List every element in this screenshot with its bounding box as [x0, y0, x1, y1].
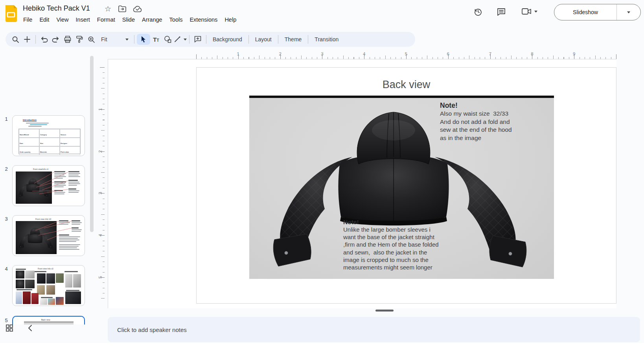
- speaker-notes-placeholder: Click to add speaker notes: [117, 326, 187, 333]
- add-comment-icon: [194, 35, 202, 43]
- slide-page[interactable]: Back view Note! Also my waist size 32/33…: [196, 67, 616, 304]
- reference-photo: [65, 291, 81, 304]
- slideshow-caret-icon: [627, 11, 630, 13]
- slides-logo[interactable]: [4, 5, 17, 22]
- ruler-number: 9: [573, 52, 575, 56]
- layout-button[interactable]: Layout: [251, 34, 276, 45]
- ruler-number: 6: [447, 52, 449, 56]
- text-box-button[interactable]: TT: [150, 34, 162, 45]
- menu-view[interactable]: View: [53, 15, 72, 24]
- zoom-select-dropdown[interactable]: Fit: [97, 34, 132, 45]
- slide-number-1: 1: [2, 116, 10, 122]
- zoom-value: Fit: [97, 36, 111, 42]
- menu-tools[interactable]: Tools: [166, 15, 186, 24]
- menu-help[interactable]: Help: [221, 15, 240, 24]
- redo-icon: [52, 36, 60, 43]
- slide-thumbnail-4[interactable]: Front view Info v3: [12, 265, 85, 306]
- bottom-strip: [0, 343, 644, 354]
- ruler-number: 5: [98, 276, 103, 278]
- menu-file[interactable]: File: [20, 15, 36, 24]
- line-tool-button[interactable]: [174, 34, 187, 45]
- reference-photo: [25, 280, 35, 288]
- zoom-in-button[interactable]: [85, 34, 97, 45]
- menu-insert[interactable]: Insert: [72, 15, 94, 24]
- plus-icon: [24, 36, 31, 43]
- menu-format[interactable]: Format: [94, 15, 119, 24]
- slide-number-4: 4: [2, 266, 10, 272]
- ruler-number: 1: [237, 52, 239, 56]
- slide-number-2: 2: [2, 166, 10, 172]
- menu-bar: File Edit View Insert Format Slide Arran…: [20, 15, 240, 24]
- redo-button[interactable]: [50, 34, 62, 45]
- slide-number-3: 3: [2, 216, 10, 222]
- star-icon[interactable]: ☆: [105, 5, 111, 13]
- undo-button[interactable]: [38, 34, 50, 45]
- move-folder-icon[interactable]: [118, 6, 126, 12]
- paint-format-button[interactable]: [74, 34, 85, 45]
- document-title[interactable]: Hebiko Tech Pack V1: [23, 4, 90, 13]
- select-tool-button[interactable]: [137, 34, 150, 45]
- slideshow-options-button[interactable]: [617, 4, 640, 20]
- menu-arrange[interactable]: Arrange: [138, 15, 166, 24]
- app-header: Hebiko Tech Pack V1 ☆ File Edit View Ins…: [0, 0, 644, 28]
- version-history-icon[interactable]: [473, 7, 483, 17]
- chevron-left-icon: [28, 324, 32, 332]
- slide-thumbnail-5-selected[interactable]: Back view: [12, 316, 85, 324]
- ruler-number: 4: [363, 52, 365, 56]
- transition-button[interactable]: Transition: [311, 34, 342, 45]
- text-box-icon: TT: [153, 36, 159, 43]
- insert-comment-button[interactable]: [192, 34, 204, 45]
- note-bottom-center[interactable]: Note! Unlike the large bomber sleeves i …: [343, 218, 449, 271]
- print-button[interactable]: [62, 34, 74, 45]
- ruler-number: 5: [405, 52, 407, 56]
- undo-icon: [40, 36, 48, 43]
- menu-slide[interactable]: Slide: [119, 15, 138, 24]
- reference-photo: [23, 291, 31, 304]
- reference-photo: [65, 274, 72, 288]
- slide-number-5: 5: [2, 317, 10, 323]
- theme-button[interactable]: Theme: [281, 34, 306, 45]
- main-toolbar: Fit TT Background Layout Theme Transitio…: [6, 32, 415, 47]
- comments-icon[interactable]: [497, 7, 506, 17]
- slideshow-button[interactable]: Slideshow: [554, 4, 617, 20]
- jacket-back-image[interactable]: Note! Also my waist size 32/33 And do no…: [249, 98, 554, 279]
- thumbnail-annotation-lines: [13, 166, 85, 206]
- menu-extensions[interactable]: Extensions: [186, 15, 221, 24]
- thumbnail-annotation-lines: [13, 216, 85, 256]
- thumbnail-table: Name/Brand Category Season Date Size Des…: [18, 129, 81, 154]
- collapse-filmstrip-button[interactable]: [28, 324, 32, 332]
- line-icon: [174, 36, 181, 43]
- shape-tool-button[interactable]: [162, 34, 174, 45]
- menu-edit[interactable]: Edit: [36, 15, 53, 24]
- background-button[interactable]: Background: [209, 34, 246, 45]
- ruler-number: 2: [98, 150, 103, 152]
- video-call-icon[interactable]: [521, 7, 532, 16]
- video-call-caret-icon[interactable]: [534, 11, 537, 13]
- ruler-number: 3: [321, 52, 323, 56]
- slideshow-button-group: Slideshow: [554, 4, 641, 20]
- search-menus-button[interactable]: [9, 34, 21, 45]
- slide-thumbnail-1[interactable]: Introduction Name/Brand Category Season …: [12, 115, 85, 156]
- zoom-in-icon: [88, 36, 95, 43]
- ruler-number: 8: [531, 52, 533, 56]
- filmstrip-scrollbar[interactable]: [90, 56, 94, 232]
- search-icon: [12, 36, 19, 43]
- reference-photo: [73, 274, 81, 288]
- zoom-caret-icon: [125, 39, 129, 41]
- ruler-number: 4: [98, 234, 103, 236]
- reference-photo: [16, 280, 24, 288]
- slide-title[interactable]: Back view: [197, 79, 616, 91]
- shape-icon: [164, 35, 172, 43]
- notes-resize-handle[interactable]: [375, 310, 394, 312]
- speaker-notes-input[interactable]: Click to add speaker notes: [108, 317, 640, 342]
- cursor-icon: [140, 36, 147, 43]
- grid-view-button[interactable]: [6, 324, 13, 332]
- ruler-number: 2: [279, 52, 281, 56]
- ruler-number: 7: [489, 52, 491, 56]
- note-top-right[interactable]: Note! Also my waist size 32/33 And do no…: [440, 101, 532, 142]
- reference-photo: [46, 273, 55, 284]
- slide-thumbnail-2[interactable]: Front view/info v1: [12, 165, 85, 206]
- new-slide-button[interactable]: [21, 34, 33, 45]
- cloud-saved-icon[interactable]: [133, 6, 142, 12]
- slide-thumbnail-3[interactable]: Front view Info V2: [12, 215, 85, 256]
